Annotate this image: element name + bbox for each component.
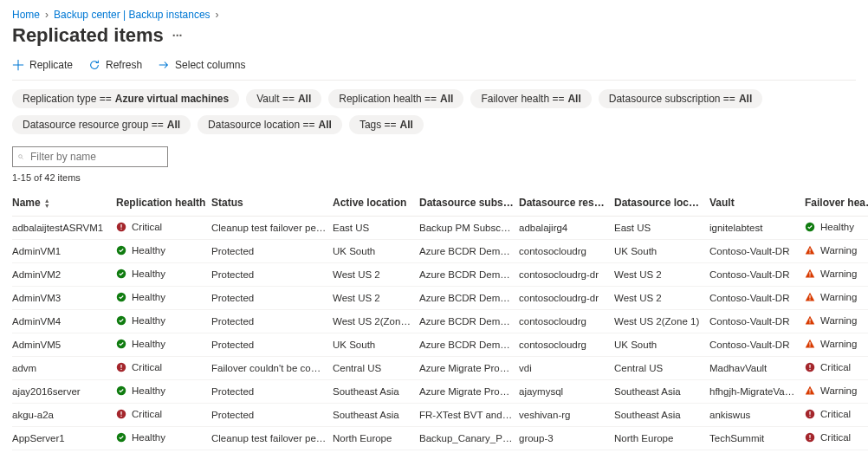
status-badge: Healthy <box>805 222 854 232</box>
table-row[interactable]: AdminVM4HealthyProtectedWest US 2(Zone 1… <box>12 310 868 333</box>
svg-rect-19 <box>809 346 810 346</box>
cell-vault: TechSummit <box>709 450 805 454</box>
sort-icon: ▲▼ <box>44 198 50 209</box>
cell-active-location: North Europe <box>333 427 419 450</box>
filter-bar: Replication type == Azure virtual machin… <box>12 81 856 143</box>
cell-resource-group: contosocloudrg <box>519 240 614 263</box>
cell-vault: Contoso-Vault-DR <box>709 240 805 263</box>
col-header[interactable]: Status <box>211 190 333 217</box>
cell-name: AppServer2 <box>12 450 116 454</box>
col-header[interactable]: Replication health <box>116 190 211 217</box>
breadcrumb-backup-center[interactable]: Backup center | Backup instances <box>54 9 211 21</box>
filter-pill[interactable]: Vault == All <box>246 89 321 108</box>
chevron-right-icon: › <box>45 9 49 21</box>
cell-ds-location: Southeast Asia <box>614 380 709 404</box>
svg-rect-21 <box>120 365 121 368</box>
cell-name: AdminVM1 <box>12 240 116 263</box>
cell-active-location: West US 2 <box>333 263 419 287</box>
replicate-button[interactable]: Replicate <box>12 59 73 71</box>
breadcrumb-home[interactable]: Home <box>12 9 40 21</box>
cell-resource-group: contosocloudrg <box>519 310 614 333</box>
cell-name: ajay2016server <box>12 380 116 404</box>
table-row[interactable]: AdminVM5HealthyProtectedUK SouthAzure BC… <box>12 333 868 357</box>
table-row[interactable]: AppServer2HealthyProtectedNorth EuropeBa… <box>12 450 868 454</box>
cell-subscription: Azure BCDR Demo Environ… <box>419 240 519 263</box>
status-badge: Healthy <box>116 269 165 279</box>
cell-subscription: Azure BCDR Demo Environ… <box>419 333 519 357</box>
cell-rep-health: Healthy <box>116 427 211 450</box>
table-row[interactable]: AppServer1HealthyCleanup test failover p… <box>12 427 868 450</box>
cell-status: Protected <box>211 287 333 310</box>
cell-ds-location: UK South <box>614 333 709 357</box>
status-badge: Healthy <box>116 339 165 349</box>
filter-pill[interactable]: Datasource location == All <box>198 115 342 134</box>
status-badge: Critical <box>805 409 851 419</box>
refresh-button[interactable]: Refresh <box>88 59 142 71</box>
status-badge: Critical <box>805 362 851 372</box>
cell-rep-health: Healthy <box>116 240 211 263</box>
status-badge: Healthy <box>116 432 165 443</box>
cell-name: adbalaijtestASRVM1 <box>12 217 116 240</box>
cell-subscription: Azure Migrate Program Ma… <box>419 357 519 380</box>
cell-name: AppServer1 <box>12 427 116 450</box>
search-input[interactable] <box>29 150 162 164</box>
filter-pill[interactable]: Datasource resource group == All <box>12 115 191 134</box>
table-row[interactable]: akgu-a2aCriticalProtectedSoutheast AsiaF… <box>12 404 868 427</box>
table-row[interactable]: AdminVM2HealthyProtectedWest US 2Azure B… <box>12 263 868 287</box>
cell-failover-health: Healthy <box>805 217 868 240</box>
col-header[interactable]: Vault <box>709 190 805 217</box>
more-icon[interactable]: ··· <box>172 29 183 42</box>
cell-vault: ignitelabtest <box>709 217 805 240</box>
status-badge: Critical <box>805 432 851 443</box>
cell-name: AdminVM5 <box>12 333 116 357</box>
col-header[interactable]: Datasource subscription <box>419 190 519 217</box>
cell-resource-group: contosocloudrg-dr <box>519 263 614 287</box>
col-header[interactable]: Datasource resource gr… <box>519 190 614 217</box>
item-count: 1-15 of 42 items <box>12 172 856 183</box>
filter-pill[interactable]: Datasource subscription == All <box>599 89 762 108</box>
search-icon <box>18 152 23 162</box>
cell-vault: ankiswus <box>709 404 805 427</box>
cell-status: Protected <box>211 263 333 287</box>
cell-rep-health: Healthy <box>116 263 211 287</box>
cell-ds-location: North Europe <box>614 427 709 450</box>
filter-pill[interactable]: Tags == All <box>349 115 424 134</box>
svg-rect-33 <box>809 411 810 415</box>
cell-failover-health: Critical <box>805 450 868 454</box>
cell-name: AdminVM2 <box>12 263 116 287</box>
cell-resource-group: veshivan-rg <box>519 404 614 427</box>
table-row[interactable]: ajay2016serverHealthyProtectedSoutheast … <box>12 380 868 404</box>
cell-subscription: Azure BCDR Demo Environ… <box>419 287 519 310</box>
cell-ds-location: UK South <box>614 240 709 263</box>
col-header[interactable]: Name▲▼ <box>12 190 116 217</box>
col-header[interactable]: Datasource location <box>614 190 709 217</box>
cell-status: Protected <box>211 333 333 357</box>
table-row[interactable]: advmCriticalFailover couldn't be comple…… <box>12 357 868 380</box>
cell-active-location: UK South <box>333 240 419 263</box>
svg-rect-7 <box>809 252 810 253</box>
cell-resource-group: contosocloudrg <box>519 333 614 357</box>
cell-ds-location: Central US <box>614 357 709 380</box>
table-row[interactable]: AdminVM3HealthyProtectedWest US 2Azure B… <box>12 287 868 310</box>
search-input-wrapper[interactable] <box>12 146 168 167</box>
col-header[interactable]: Active location <box>333 190 419 217</box>
cell-resource-group: ajaymysql <box>519 380 614 404</box>
svg-point-0 <box>19 155 23 159</box>
filter-pill[interactable]: Failover health == All <box>470 89 591 108</box>
cell-rep-health: Healthy <box>116 450 211 454</box>
cell-status: Protected <box>211 404 333 427</box>
filter-pill[interactable]: Replication health == All <box>328 89 463 108</box>
table-row[interactable]: AdminVM1HealthyProtectedUK SouthAzure BC… <box>12 240 868 263</box>
cell-status: Failover couldn't be comple… <box>211 357 333 380</box>
status-badge: Warning <box>805 269 857 279</box>
table-row[interactable]: adbalaijtestASRVM1CriticalCleanup test f… <box>12 217 868 240</box>
cell-status: Protected <box>211 450 333 454</box>
cell-status: Protected <box>211 310 333 333</box>
cell-vault: Contoso-Vault-DR <box>709 287 805 310</box>
col-header[interactable]: Failover health <box>805 190 868 217</box>
select-columns-button[interactable]: Select columns <box>158 59 245 71</box>
svg-rect-22 <box>120 369 121 370</box>
toolbar: Replicate Refresh Select columns <box>12 55 856 81</box>
svg-rect-16 <box>809 322 810 323</box>
filter-pill[interactable]: Replication type == Azure virtual machin… <box>12 89 239 108</box>
